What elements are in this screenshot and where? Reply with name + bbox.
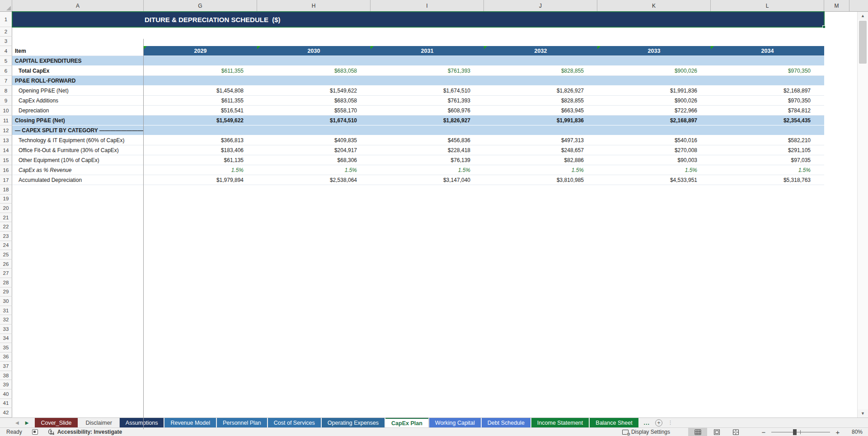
table-row[interactable]: 16 CapEx as % Revenue 1.5% 1.5% 1.5% 1.5…: [0, 165, 868, 175]
value-cell[interactable]: $1,979,894: [144, 175, 257, 185]
row-number[interactable]: 40: [0, 390, 12, 399]
accessibility-status[interactable]: Accessibility: Investigate: [48, 429, 122, 435]
sheet-row[interactable]: 37: [0, 362, 868, 371]
sheet-tab-balance-sheet[interactable]: Balance Sheet: [590, 418, 638, 427]
sheet-row[interactable]: 41: [0, 399, 868, 408]
row-number[interactable]: 21: [0, 213, 12, 223]
row-label-cell[interactable]: Total CapEx: [12, 66, 144, 76]
cell-m[interactable]: [824, 135, 849, 145]
year-header-cell[interactable]: 2030: [257, 46, 371, 56]
value-cell[interactable]: $5,318,763: [711, 175, 824, 185]
row-number[interactable]: 36: [0, 353, 12, 362]
sheet-row[interactable]: 3: [0, 37, 868, 46]
sheet-tab-disclaimer[interactable]: Disclaimer: [79, 418, 120, 427]
view-page-break-button[interactable]: [726, 428, 745, 436]
zoom-slider-handle[interactable]: [793, 429, 797, 435]
sheet-row[interactable]: 20: [0, 204, 868, 213]
value-cell[interactable]: $611,355: [144, 66, 257, 76]
zoom-in-button[interactable]: +: [835, 428, 841, 436]
display-settings-button[interactable]: Display Settings: [622, 429, 670, 435]
section-row[interactable]: 7 PP&E ROLL-FORWARD: [0, 76, 868, 86]
row-number[interactable]: 11: [0, 116, 12, 125]
value-cell[interactable]: $409,835: [257, 135, 371, 145]
row-number[interactable]: 39: [0, 380, 12, 390]
row-number[interactable]: 15: [0, 155, 12, 165]
row-number[interactable]: 22: [0, 222, 12, 232]
row-number[interactable]: 26: [0, 260, 12, 269]
table-header-row[interactable]: 4 Item 2029 2030 2031 2032 2033 2034: [0, 46, 868, 56]
sheet-row[interactable]: 29: [0, 288, 868, 297]
scroll-up-icon[interactable]: ▲: [858, 12, 868, 20]
row-number[interactable]: 32: [0, 315, 12, 325]
row-label-cell[interactable]: Accumulated Depreciation: [12, 175, 144, 185]
value-cell[interactable]: 1.5%: [711, 165, 824, 175]
value-cell[interactable]: 1.5%: [144, 165, 257, 175]
selection-fill-handle[interactable]: [822, 25, 826, 28]
value-cell[interactable]: $68,306: [257, 155, 371, 165]
cell-m[interactable]: [824, 165, 849, 175]
table-row[interactable]: 9 CapEx Additions $611,355 $683,058 $761…: [0, 96, 868, 106]
value-cell[interactable]: $456,836: [371, 135, 484, 145]
sheet-tab-assumptions[interactable]: Assumptions: [120, 418, 164, 427]
row-number[interactable]: 34: [0, 334, 12, 343]
row-number[interactable]: 30: [0, 297, 12, 306]
row-number[interactable]: 28: [0, 278, 12, 288]
item-header-cell[interactable]: Item: [12, 46, 144, 56]
value-cell[interactable]: $183,406: [144, 145, 257, 155]
row-label-cell[interactable]: Office Fit-Out & Furniture (30% of CapEx…: [12, 145, 144, 155]
sheet-tab-debt-schedule[interactable]: Debt Schedule: [482, 418, 530, 427]
row-number[interactable]: 27: [0, 269, 12, 278]
sheet-row[interactable]: 34: [0, 334, 868, 343]
value-cell[interactable]: $270,008: [597, 145, 711, 155]
row-number[interactable]: 33: [0, 325, 12, 334]
value-cell[interactable]: $204,917: [257, 145, 371, 155]
sheet-row[interactable]: 39: [0, 380, 868, 390]
value-cell[interactable]: $82,886: [484, 155, 597, 165]
value-cell[interactable]: $761,393: [371, 96, 484, 106]
col-header-m[interactable]: M: [824, 0, 849, 11]
value-cell[interactable]: $2,168,897: [597, 116, 711, 125]
row-label-cell[interactable]: PP&E ROLL-FORWARD: [12, 76, 144, 86]
value-cell[interactable]: $61,135: [144, 155, 257, 165]
row-number[interactable]: 19: [0, 195, 12, 204]
value-cell[interactable]: $97,035: [711, 155, 824, 165]
value-cell[interactable]: 1.5%: [484, 165, 597, 175]
sheet-row[interactable]: 42: [0, 408, 868, 417]
row-number[interactable]: 17: [0, 175, 12, 185]
col-header-i[interactable]: I: [371, 0, 484, 11]
value-cell[interactable]: $900,026: [597, 66, 711, 76]
value-cell[interactable]: $3,147,040: [371, 175, 484, 185]
value-cell[interactable]: $722,966: [597, 106, 711, 116]
section-row[interactable]: 12 — CAPEX SPLIT BY CATEGORY ———————————…: [0, 125, 868, 135]
value-cell[interactable]: $970,350: [711, 66, 824, 76]
sheet-row[interactable]: 40: [0, 390, 868, 399]
table-row[interactable]: 6 Total CapEx $611,355 $683,058 $761,393…: [0, 66, 868, 76]
row-number[interactable]: 5: [0, 56, 12, 66]
cell-m[interactable]: [824, 66, 849, 76]
section-row[interactable]: 5 CAPITAL EXPENDITURES: [0, 56, 868, 66]
value-cell[interactable]: $3,810,985: [484, 175, 597, 185]
tab-scroll-left-icon[interactable]: ◀: [15, 420, 19, 425]
value-cell[interactable]: $4,533,951: [597, 175, 711, 185]
macro-record-icon[interactable]: [32, 429, 38, 435]
value-cell[interactable]: $291,105: [711, 145, 824, 155]
value-cell[interactable]: $683,058: [257, 66, 371, 76]
row-number[interactable]: 4: [0, 46, 12, 56]
scroll-down-icon[interactable]: ▼: [858, 409, 868, 417]
row-label-cell[interactable]: CAPITAL EXPENDITURES: [12, 56, 144, 66]
sheet-row[interactable]: 30: [0, 297, 868, 306]
year-header-cell[interactable]: 2034: [711, 46, 824, 56]
value-cell[interactable]: $228,418: [371, 145, 484, 155]
row-label-cell[interactable]: Opening PP&E (Net): [12, 86, 144, 96]
view-page-layout-button[interactable]: [707, 428, 726, 436]
col-header-g[interactable]: G: [144, 0, 257, 11]
value-cell[interactable]: $516,541: [144, 106, 257, 116]
sheet-tab-capex-plan-active[interactable]: CapEx Plan: [385, 418, 428, 427]
year-header-cell[interactable]: 2029: [144, 46, 257, 56]
value-cell[interactable]: $1,991,836: [484, 116, 597, 125]
value-cell[interactable]: $2,168,897: [711, 86, 824, 96]
tab-overflow-ellipsis[interactable]: ...: [644, 420, 650, 426]
row-number[interactable]: 13: [0, 135, 12, 145]
row-number[interactable]: 3: [0, 37, 12, 46]
sheet-tab-working-capital[interactable]: Working Capital: [429, 418, 481, 427]
